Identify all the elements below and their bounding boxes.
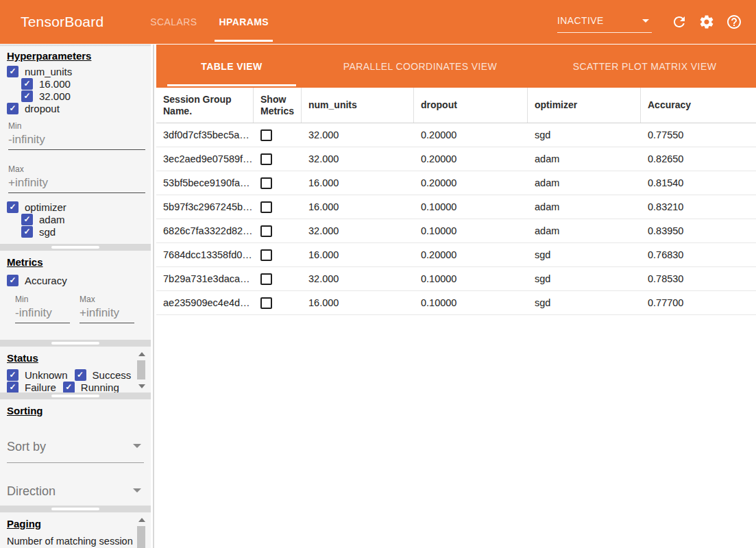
refresh-button[interactable] bbox=[671, 14, 687, 30]
sidebar-scroll-rail[interactable] bbox=[153, 45, 154, 548]
tab-parallel-coordinates-view[interactable]: PARALLEL COORDINATES VIEW bbox=[307, 45, 533, 88]
status-scrollbar bbox=[136, 351, 147, 390]
hyperparameters-heading: Hyperparameters bbox=[7, 50, 151, 62]
checkbox-checked-icon[interactable] bbox=[21, 78, 33, 90]
checkbox-row-num-units[interactable]: num_units bbox=[7, 65, 151, 77]
tab-scalars[interactable]: SCALARS bbox=[139, 0, 208, 44]
dropout-min-input[interactable] bbox=[8, 131, 145, 150]
accuracy-cell: 0.77550 bbox=[641, 129, 756, 140]
optimizer-cell: adam bbox=[528, 225, 641, 236]
table-header-row: Session Group Name. Show Metrics num_uni… bbox=[156, 88, 756, 123]
hparams-main-pane: TABLE VIEW PARALLEL COORDINATES VIEW SCA… bbox=[156, 45, 756, 548]
checkbox-checked-icon[interactable] bbox=[63, 382, 75, 393]
column-header-num-units: num_units bbox=[302, 88, 414, 123]
scroll-down-icon[interactable] bbox=[138, 384, 145, 388]
show-metrics-checkbox[interactable] bbox=[260, 225, 272, 237]
table-row: ae235909ec4e4d… 16.000 0.10000 sgd 0.777… bbox=[156, 291, 756, 315]
checkbox-row-dropout[interactable]: dropout bbox=[7, 102, 151, 114]
checkbox-checked-icon[interactable] bbox=[7, 201, 19, 213]
session-group-name: 6826c7fa3322d82… bbox=[156, 225, 254, 236]
accuracy-max-input[interactable] bbox=[80, 304, 134, 323]
checkbox-checked-icon[interactable] bbox=[21, 226, 33, 238]
checkbox-checked-icon[interactable] bbox=[7, 369, 19, 381]
hparam-value-label: sgd bbox=[39, 226, 56, 238]
checkbox-row-num-units-16[interactable]: 16.000 bbox=[21, 77, 151, 90]
session-group-name: ae235909ec4e4d… bbox=[156, 297, 254, 308]
table-row: 7684dcc13358fd0… 16.000 0.20000 sgd 0.76… bbox=[156, 243, 756, 267]
top-toolbar: TensorBoard SCALARS HPARAMS INACTIVE bbox=[0, 0, 756, 44]
accuracy-min-input[interactable] bbox=[15, 304, 70, 323]
help-button[interactable] bbox=[726, 14, 742, 30]
checkbox-row-status-success[interactable]: Success bbox=[75, 369, 132, 381]
optimizer-cell: sgd bbox=[528, 249, 641, 260]
show-metrics-checkbox[interactable] bbox=[260, 177, 272, 189]
column-header-session-group-name: Session Group Name. bbox=[156, 88, 254, 123]
help-icon bbox=[726, 14, 742, 30]
dropout-max-input[interactable] bbox=[8, 174, 145, 193]
show-metrics-checkbox[interactable] bbox=[260, 249, 272, 261]
resize-handle[interactable] bbox=[51, 508, 99, 510]
chevron-down-icon bbox=[133, 444, 141, 448]
checkbox-row-num-units-32[interactable]: 32.000 bbox=[21, 90, 151, 102]
scroll-up-icon[interactable] bbox=[138, 518, 145, 522]
column-header-show-metrics: Show Metrics bbox=[254, 88, 302, 123]
session-group-name: 53bf5bece9190fa… bbox=[156, 177, 254, 188]
app-title: TensorBoard bbox=[21, 14, 103, 30]
checkbox-checked-icon[interactable] bbox=[21, 214, 33, 225]
num-units-cell: 32.000 bbox=[302, 225, 414, 236]
show-metrics-checkbox[interactable] bbox=[260, 273, 272, 285]
checkbox-checked-icon[interactable] bbox=[7, 382, 19, 393]
matching-groups-text: Number of matching session groups: 8 bbox=[7, 535, 137, 548]
metrics-section: Metrics Accuracy Min Max bbox=[0, 251, 151, 340]
checkbox-checked-icon[interactable] bbox=[7, 275, 19, 286]
max-label: Max bbox=[80, 295, 134, 304]
tab-hparams[interactable]: HPARAMS bbox=[208, 0, 280, 44]
num-units-cell: 16.000 bbox=[302, 201, 414, 212]
resize-handle[interactable] bbox=[51, 395, 99, 397]
optimizer-cell: sgd bbox=[528, 129, 641, 140]
session-groups-table: Session Group Name. Show Metrics num_uni… bbox=[156, 88, 756, 315]
accuracy-cell: 0.82650 bbox=[641, 153, 756, 164]
scrollbar-thumb[interactable] bbox=[137, 526, 145, 548]
scroll-up-icon[interactable] bbox=[138, 352, 145, 356]
show-metrics-checkbox[interactable] bbox=[260, 201, 272, 213]
num-units-cell: 32.000 bbox=[302, 273, 414, 284]
checkbox-checked-icon[interactable] bbox=[7, 103, 19, 114]
scrollbar-thumb[interactable] bbox=[137, 360, 145, 379]
metric-label: Accuracy bbox=[25, 275, 67, 286]
sort-by-value: Sort by bbox=[7, 440, 46, 453]
hyperparameters-section: Hyperparameters num_units 16.000 32.000 … bbox=[0, 45, 151, 244]
status-label: Failure bbox=[25, 382, 56, 393]
tab-scatter-plot-matrix-view[interactable]: SCATTER PLOT MATRIX VIEW bbox=[533, 45, 756, 88]
checkbox-row-adam[interactable]: adam bbox=[21, 213, 151, 225]
optimizer-cell: sgd bbox=[528, 297, 641, 308]
optimizer-cell: adam bbox=[528, 201, 641, 212]
checkbox-row-accuracy[interactable]: Accuracy bbox=[7, 274, 151, 286]
checkbox-row-sgd[interactable]: sgd bbox=[21, 225, 151, 238]
checkbox-row-status-running[interactable]: Running bbox=[63, 381, 119, 393]
column-header-accuracy: Accuracy bbox=[641, 88, 756, 123]
hparam-label: dropout bbox=[25, 103, 60, 114]
checkbox-checked-icon[interactable] bbox=[7, 66, 19, 77]
sort-by-dropdown[interactable]: Sort by bbox=[7, 438, 144, 463]
run-status-dropdown[interactable]: INACTIVE bbox=[557, 15, 652, 33]
dropout-cell: 0.20000 bbox=[414, 249, 528, 260]
checkbox-row-status-unknown[interactable]: Unknown bbox=[7, 369, 68, 381]
table-row: 6826c7fa3322d82… 32.000 0.10000 adam 0.8… bbox=[156, 219, 756, 243]
checkbox-checked-icon[interactable] bbox=[21, 90, 33, 102]
hparam-value-label: 16.000 bbox=[39, 78, 71, 90]
checkbox-row-optimizer[interactable]: optimizer bbox=[7, 201, 151, 213]
tab-table-view[interactable]: TABLE VIEW bbox=[156, 45, 307, 88]
resize-handle[interactable] bbox=[51, 342, 99, 345]
metrics-heading: Metrics bbox=[7, 256, 151, 268]
settings-button[interactable] bbox=[698, 14, 715, 30]
show-metrics-checkbox[interactable] bbox=[260, 129, 272, 141]
resize-handle[interactable] bbox=[51, 246, 99, 249]
direction-dropdown[interactable]: Direction bbox=[7, 483, 144, 506]
dropout-cell: 0.10000 bbox=[414, 225, 528, 236]
show-metrics-checkbox[interactable] bbox=[260, 297, 272, 309]
checkbox-checked-icon[interactable] bbox=[75, 369, 86, 381]
show-metrics-checkbox[interactable] bbox=[260, 153, 272, 165]
checkbox-row-status-failure[interactable]: Failure bbox=[7, 381, 56, 393]
accuracy-cell: 0.76830 bbox=[641, 249, 756, 260]
